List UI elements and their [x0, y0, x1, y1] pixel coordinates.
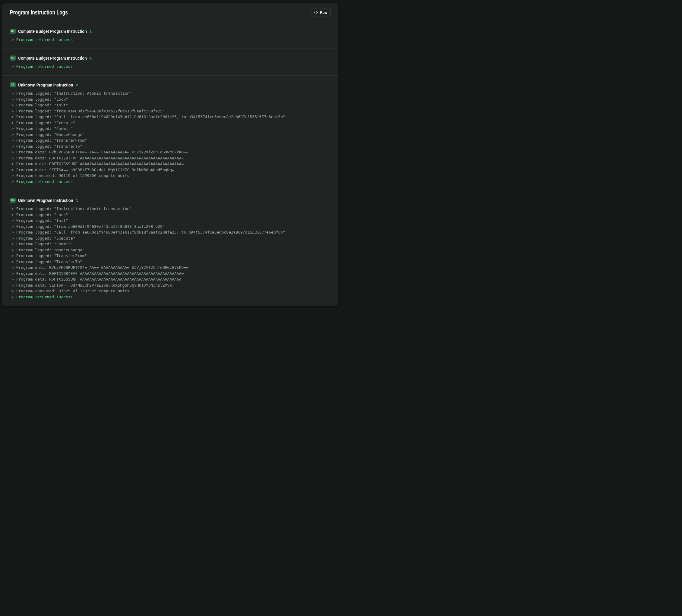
- log-text: Program returned success: [16, 64, 73, 69]
- log-lines: > Program logged: "Instruction: Atomic t…: [12, 90, 331, 185]
- log-line: > Program logged: "Execute": [12, 120, 331, 126]
- log-text: Program logged: "from ae600d1f94680ef43a…: [16, 224, 165, 229]
- log-text: Program logged: "NonceChange": [16, 248, 85, 252]
- log-text: Program data: SEFTSA== Dd+NuEch2V7aEI0su…: [16, 283, 174, 287]
- log-line: > Program logged: "Commit": [12, 241, 331, 247]
- log-text: Program logged: "Commit": [16, 126, 73, 131]
- log-text: Program logged: "Call: from ae600d1f9468…: [16, 230, 285, 235]
- log-text: Program logged: "Lock": [16, 97, 68, 101]
- log-prefix: >: [12, 97, 16, 101]
- instruction-title: Unknown Program Instruction: [18, 82, 73, 88]
- log-text: Program logged: "from ae600d1f94680ef43a…: [16, 109, 165, 113]
- instruction-section-header[interactable]: #2 Compute Budget Program Instruction: [10, 55, 331, 61]
- log-text: Program logged: "Lock": [16, 212, 68, 217]
- raw-button-label: Raw: [320, 10, 327, 15]
- log-prefix: >: [12, 265, 16, 270]
- log-line: > Program returned success: [12, 37, 331, 43]
- log-text: Program returned success: [16, 179, 73, 184]
- log-line: > Program consumed: 96119 of 1399700 com…: [12, 173, 331, 179]
- log-text: Program logged: "NonceChange": [16, 132, 85, 137]
- log-prefix: >: [12, 144, 16, 148]
- log-prefix: >: [12, 138, 16, 143]
- log-prefix: >: [12, 254, 16, 258]
- instruction-title: Unknown Program Instruction: [18, 198, 73, 203]
- collapse-chevrons-up-icon[interactable]: [75, 198, 78, 202]
- log-text: Program logged: "Init": [16, 103, 68, 107]
- log-prefix: >: [12, 259, 16, 264]
- log-prefix: >: [12, 109, 16, 113]
- instruction-section: #4 Unknown Program Instruction > Program…: [2, 191, 338, 306]
- log-line: > Program logged: "NonceChange": [12, 132, 331, 138]
- collapse-chevrons-up-icon[interactable]: [89, 56, 92, 60]
- log-line: > Program data: R0FTX1BSSUNF AAAAAAAAAAA…: [12, 276, 331, 282]
- log-line: > Program logged: "Commit": [12, 126, 331, 132]
- log-text: Program data: RVhJVF9SRUFTT04= AA== EAAA…: [16, 150, 188, 154]
- log-line: > Program logged: "Init": [12, 102, 331, 108]
- log-lines: > Program returned success: [12, 64, 331, 70]
- log-prefix: >: [12, 150, 16, 154]
- collapse-chevrons-up-icon[interactable]: [75, 83, 78, 87]
- log-text: Program logged: "TransferFrom": [16, 138, 87, 143]
- log-prefix: >: [12, 289, 16, 293]
- program-instruction-logs-panel: Program Instruction Logs Raw #1 Compute …: [2, 3, 338, 307]
- instruction-section-header[interactable]: #4 Unknown Program Instruction: [10, 198, 331, 203]
- log-text: Program logged: "Execute": [16, 121, 75, 125]
- raw-button[interactable]: Raw: [311, 8, 331, 17]
- log-line: > Program data: RVhJVF9SRUFTT04= AA== EA…: [12, 265, 331, 270]
- log-text: Program logged: "Execute": [16, 236, 75, 240]
- log-text: Program logged: "Init": [16, 218, 68, 223]
- log-prefix: >: [12, 207, 16, 211]
- instruction-section: #1 Compute Budget Program Instruction > …: [2, 22, 338, 49]
- log-line: > Program logged: "TransferFrom": [12, 253, 331, 259]
- log-prefix: >: [12, 173, 16, 178]
- log-prefix: >: [12, 236, 16, 240]
- log-text: Program data: R0FTX1BSSUNF AAAAAAAAAAAAA…: [16, 162, 184, 166]
- log-prefix: >: [12, 168, 16, 172]
- log-line: > Program logged: "TransferFrom": [12, 137, 331, 143]
- log-text: Program data: RVhJVF9SRUFTT04= AA== EAAA…: [16, 265, 188, 270]
- log-line: > Program logged: "from ae600d1f94680ef4…: [12, 108, 331, 114]
- log-line: > Program returned success: [12, 64, 331, 70]
- log-prefix: >: [12, 218, 16, 223]
- log-line: > Program data: SEFTSA== Dd+NuEch2V7aEI0…: [12, 282, 331, 288]
- log-line: > Program logged: "Execute": [12, 235, 331, 241]
- log-line: > Program logged: "Lock": [12, 96, 331, 102]
- log-line: > Program consumed: 97625 of 1303525 com…: [12, 288, 331, 294]
- instruction-section-header[interactable]: #3 Unknown Program Instruction: [10, 82, 331, 88]
- log-line: > Program logged: "Call: from ae600d1f94…: [12, 229, 331, 235]
- log-line: > Program logged: "Instruction: Atomic t…: [12, 206, 331, 212]
- log-text: Program data: R0FTX1ZBTFVF AAAAAAAAAAAAA…: [16, 271, 184, 276]
- instruction-index-badge: #3: [10, 82, 16, 88]
- panel-header: Program Instruction Logs Raw: [2, 3, 338, 22]
- log-text: Program logged: "Call: from ae600d1f9468…: [16, 115, 285, 119]
- log-line: > Program logged: "NonceChange": [12, 247, 331, 253]
- log-text: Program data: SEFTSA== n9CRP+F7bROxdgi+W…: [16, 168, 174, 172]
- log-text: Program returned success: [16, 38, 73, 42]
- log-prefix: >: [12, 277, 16, 282]
- log-line: > Program logged: "Lock": [12, 212, 331, 218]
- log-prefix: >: [12, 126, 16, 131]
- log-prefix: >: [12, 121, 16, 125]
- log-line: > Program logged: "TransferTo": [12, 259, 331, 265]
- log-text: Program data: R0FTX1ZBTFVF AAAAAAAAAAAAA…: [16, 156, 184, 160]
- log-text: Program returned success: [16, 295, 73, 299]
- instruction-index-badge: #4: [10, 198, 16, 203]
- instruction-index-badge: #1: [10, 29, 16, 34]
- log-prefix: >: [12, 179, 16, 184]
- collapse-chevrons-up-icon[interactable]: [89, 29, 92, 33]
- log-lines: > Program logged: "Instruction: Atomic t…: [12, 206, 331, 300]
- log-prefix: >: [12, 162, 16, 166]
- log-prefix: >: [12, 224, 16, 229]
- log-prefix: >: [12, 64, 16, 69]
- log-prefix: >: [12, 230, 16, 235]
- log-prefix: >: [12, 295, 16, 299]
- log-line: > Program logged: "from ae600d1f94680ef4…: [12, 223, 331, 230]
- instruction-title: Compute Budget Program Instruction: [18, 56, 87, 61]
- instruction-section-header[interactable]: #1 Compute Budget Program Instruction: [10, 29, 331, 34]
- log-text: Program logged: "Instruction: Atomic tra…: [16, 91, 132, 96]
- log-prefix: >: [12, 38, 16, 42]
- log-prefix: >: [12, 132, 16, 137]
- log-text: Program logged: "TransferTo": [16, 144, 82, 148]
- log-line: > Program data: R0FTX1BSSUNF AAAAAAAAAAA…: [12, 161, 331, 167]
- code-icon: [314, 11, 318, 14]
